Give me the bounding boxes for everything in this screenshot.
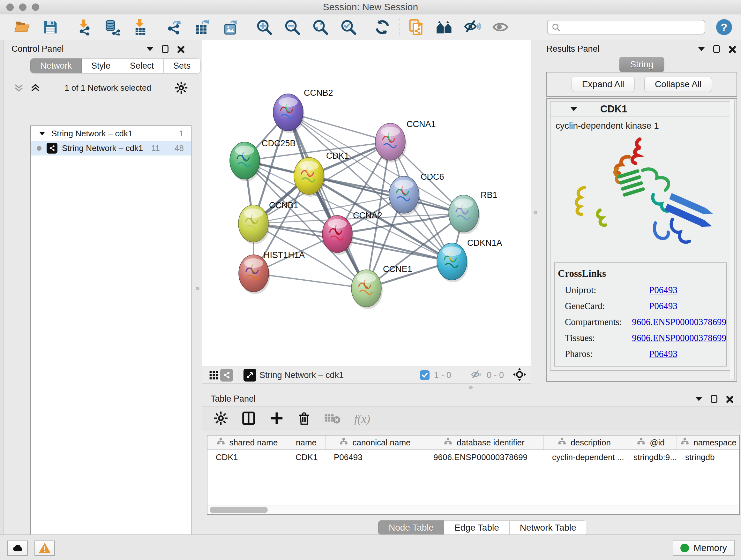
grid-view-icon[interactable] xyxy=(207,369,220,381)
control-panel: Control Panel NetworkStyleSelectSets 1 o… xyxy=(4,40,191,535)
tab-select[interactable]: Select xyxy=(120,58,164,73)
network-node-ccne1[interactable]: CCNE1 xyxy=(351,264,412,309)
apply-style-refresh-button[interactable] xyxy=(374,18,391,36)
clone-network-button[interactable] xyxy=(407,18,425,36)
collapse-panel-icon[interactable] xyxy=(146,47,153,51)
expand-all-chevron-icon[interactable] xyxy=(30,82,41,94)
help-button[interactable]: ? xyxy=(716,19,732,35)
close-panel-icon[interactable] xyxy=(177,45,185,53)
results-panel-title: Results Panel xyxy=(546,44,600,54)
column-header-namespace[interactable]: namespace xyxy=(677,435,740,449)
network-collection-row[interactable]: String Network – cdk1 1 xyxy=(31,126,191,141)
collapse-all-button[interactable]: Collapse All xyxy=(644,77,712,92)
gene-section-header[interactable]: CDK1 xyxy=(550,102,731,117)
crosslink-value-link[interactable]: P06493 xyxy=(649,349,677,359)
crosshair-icon[interactable] xyxy=(513,368,526,382)
detach-view-icon[interactable] xyxy=(244,369,256,381)
crosslink-label: Compartments: xyxy=(558,317,632,327)
zoom-fit-icon xyxy=(312,19,329,36)
tab-string[interactable]: String xyxy=(619,57,664,72)
expand-all-button[interactable]: Expand All xyxy=(571,77,635,92)
gear-icon[interactable] xyxy=(175,81,188,94)
import-network-from-file-button[interactable] xyxy=(75,18,93,36)
collapse-panel-icon[interactable] xyxy=(698,47,705,51)
network-node-ccnb1[interactable]: CCNB1 xyxy=(239,200,298,244)
float-panel-icon[interactable] xyxy=(711,395,718,403)
tree-expand-icon[interactable] xyxy=(39,132,45,135)
delete-column-icon[interactable] xyxy=(297,411,311,427)
left-splitter-handle[interactable] xyxy=(196,287,199,290)
add-column-icon[interactable] xyxy=(269,411,284,427)
tab-network-table[interactable]: Network Table xyxy=(510,520,587,535)
export-network-button[interactable] xyxy=(165,18,183,36)
tab-edge-table[interactable]: Edge Table xyxy=(444,520,510,535)
zoom-in-button[interactable] xyxy=(255,18,273,36)
houses-icon xyxy=(436,19,453,36)
crosslink-value-link[interactable]: 9606.ENSP00000378699 xyxy=(632,333,726,343)
save-session-button[interactable] xyxy=(42,18,59,36)
horizontal-splitter-handle[interactable] xyxy=(469,386,473,389)
network-node-cdkn1a[interactable]: CDKN1A xyxy=(437,238,502,282)
network-edge xyxy=(254,273,366,288)
import-network-from-database-button[interactable] xyxy=(104,18,121,36)
network-label: String Network – cdk1 xyxy=(62,143,143,153)
float-panel-icon[interactable] xyxy=(713,45,720,53)
export-image-button[interactable] xyxy=(221,18,239,36)
network-node-hist1h1a[interactable]: HIST1H1A xyxy=(239,250,305,294)
column-header-shared-name[interactable]: shared name xyxy=(207,435,287,449)
tab-network[interactable]: Network xyxy=(30,58,82,73)
export-table-button[interactable] xyxy=(193,18,211,36)
node-label: CDKN1A xyxy=(467,238,502,248)
show-all-button[interactable] xyxy=(491,18,509,36)
refresh-icon xyxy=(374,19,391,36)
gene-collapse-icon[interactable] xyxy=(570,107,577,111)
network-node-rb1[interactable]: RB1 xyxy=(449,190,497,234)
crosslink-value-link[interactable]: P06493 xyxy=(649,285,677,295)
column-header--id[interactable]: @id xyxy=(625,435,677,449)
collapse-all-chevron-icon[interactable] xyxy=(13,82,24,94)
table-panel-title: Table Panel xyxy=(211,394,256,404)
table-horizontal-scrollbar[interactable] xyxy=(207,505,739,514)
memory-status-dot xyxy=(680,544,689,552)
results-scrollbar[interactable] xyxy=(730,100,735,380)
network-canvas[interactable]: CCNB2CCNA1CDC25BCDK1CDC6RB1CCNB1CCNA2CDK… xyxy=(202,40,531,367)
collapse-panel-icon[interactable] xyxy=(695,397,702,401)
zoom-selected-button[interactable] xyxy=(340,18,357,36)
zoom-fit-button[interactable] xyxy=(312,18,329,36)
network-view-icon[interactable] xyxy=(220,369,233,381)
crosslink-value-link[interactable]: 9606.ENSP00000378699 xyxy=(632,317,726,327)
tab-node-table[interactable]: Node Table xyxy=(378,520,444,535)
hide-selected-button[interactable] xyxy=(463,18,481,36)
open-session-button[interactable] xyxy=(13,18,31,36)
cloud-services-button[interactable] xyxy=(7,541,28,556)
tab-style[interactable]: Style xyxy=(82,58,120,73)
network-row[interactable]: String Network – cdk1 1148 xyxy=(31,141,191,155)
first-neighbors-button[interactable] xyxy=(435,18,453,36)
crosslink-value-link[interactable]: P06493 xyxy=(649,301,677,311)
table-settings-gear-icon[interactable] xyxy=(214,411,228,427)
search-input[interactable] xyxy=(547,20,705,35)
zoom-out-button[interactable] xyxy=(283,18,301,36)
memory-button[interactable]: Memory xyxy=(673,540,735,556)
tab-sets[interactable]: Sets xyxy=(164,58,200,73)
column-header-database-identifier[interactable]: database identifier xyxy=(425,435,544,449)
close-panel-icon[interactable] xyxy=(728,45,737,53)
select-columns-icon[interactable] xyxy=(241,411,256,427)
network-node-cdc6[interactable]: CDC6 xyxy=(389,172,444,215)
selected-checkbox-icon[interactable] xyxy=(420,370,429,380)
close-panel-icon[interactable] xyxy=(726,395,734,403)
node-label: CDC25B xyxy=(262,138,296,148)
column-header-description[interactable]: description xyxy=(544,435,625,449)
window-title: Session: New Session xyxy=(0,2,741,12)
scrollbar-thumb[interactable] xyxy=(210,507,268,513)
import-table-from-file-button[interactable] xyxy=(131,18,149,36)
column-header-canonical-name[interactable]: canonical name xyxy=(326,435,425,449)
warnings-button[interactable] xyxy=(35,541,55,556)
float-panel-icon[interactable] xyxy=(162,45,169,53)
table-cell: stringdb xyxy=(677,452,740,462)
right-splitter-handle[interactable] xyxy=(534,211,537,214)
column-header-name[interactable]: name xyxy=(287,435,326,449)
table-row[interactable]: CDK1CDK1P064939606.ENSP00000378699cyclin… xyxy=(207,450,739,464)
table-cell: P06493 xyxy=(326,452,425,462)
gene-description: cyclin-dependent kinase 1 xyxy=(550,117,731,131)
